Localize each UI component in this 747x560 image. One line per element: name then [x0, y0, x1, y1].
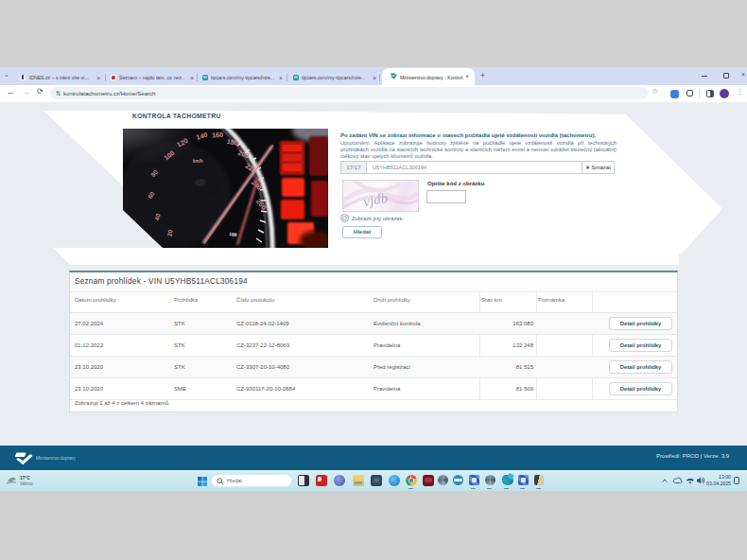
svg-text:180: 180: [226, 137, 238, 148]
svg-text:20: 20: [165, 229, 173, 237]
svg-text:188: 188: [229, 231, 237, 237]
svg-text:vjdb: vjdb: [362, 190, 390, 209]
svg-text:160: 160: [212, 131, 224, 140]
svg-text:km/h: km/h: [193, 159, 203, 164]
